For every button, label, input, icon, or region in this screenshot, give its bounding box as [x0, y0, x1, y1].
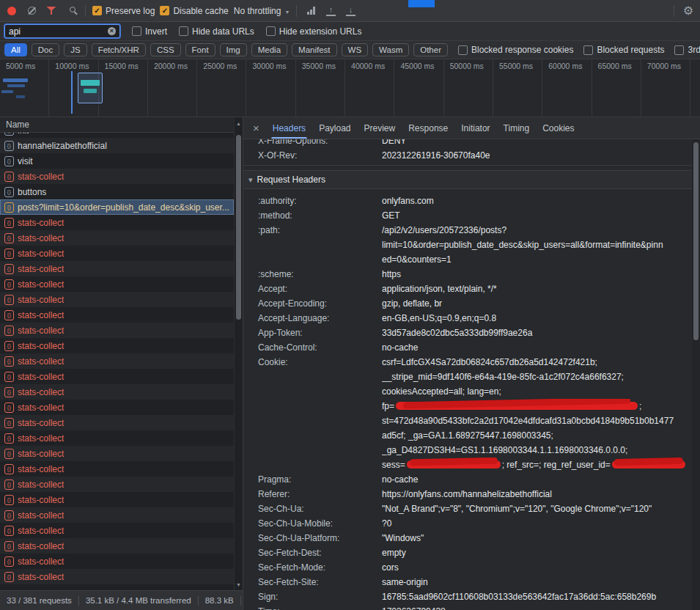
import-har-button[interactable]: [323, 4, 338, 18]
export-har-button[interactable]: [343, 4, 358, 18]
request-row[interactable]: stats-collect: [0, 415, 234, 430]
request-row[interactable]: stats-collect: [0, 507, 234, 523]
scrollbar-thumb[interactable]: [236, 135, 241, 320]
search-button[interactable]: [64, 4, 78, 18]
tab-initiator[interactable]: Initiator: [454, 117, 496, 139]
blocked-response-cookies-checkbox[interactable]: Blocked response cookies: [458, 45, 573, 55]
request-row[interactable]: stats-collect: [0, 261, 234, 276]
tab-timing[interactable]: Timing: [497, 117, 537, 139]
overview-selection-window[interactable]: [78, 73, 103, 103]
type-filter-js[interactable]: JS: [64, 43, 86, 56]
network-conditions-button[interactable]: [303, 4, 318, 18]
scroll-up-icon[interactable]: [235, 119, 243, 128]
name-column-header[interactable]: Name: [0, 117, 243, 133]
request-row[interactable]: init: [0, 133, 234, 138]
request-row[interactable]: stats-collect: [0, 523, 234, 538]
type-filter-doc[interactable]: Doc: [32, 43, 59, 56]
type-filter-img[interactable]: Img: [220, 43, 247, 56]
clear-network-log-button[interactable]: [24, 4, 39, 18]
requests-scrollbar[interactable]: [234, 117, 243, 590]
clear-filter-icon[interactable]: [108, 27, 116, 35]
overview-time-label: 35000 ms: [296, 59, 345, 117]
request-name: stats-collect: [18, 233, 64, 243]
tab-preview[interactable]: Preview: [358, 117, 402, 139]
request-row[interactable]: stats-collect: [0, 323, 234, 338]
filter-toggle-button[interactable]: [44, 4, 59, 18]
close-details-icon[interactable]: ×: [246, 117, 266, 139]
request-row[interactable]: posts?limit=10&order=publish_date_desc&s…: [0, 199, 234, 215]
type-filter-other[interactable]: Other: [413, 43, 448, 56]
type-filter-manifest[interactable]: Manifest: [292, 43, 336, 56]
type-filter-wasm[interactable]: Wasm: [372, 43, 409, 56]
request-row[interactable]: stats-collect: [0, 353, 234, 369]
tab-cookies[interactable]: Cookies: [536, 117, 581, 139]
tab-payload[interactable]: Payload: [312, 117, 357, 139]
requests-count: 33 / 381 requests: [0, 596, 79, 606]
header-value: cors: [382, 560, 692, 575]
hide-extension-urls-checkbox[interactable]: Hide extension URLs: [266, 26, 362, 37]
request-row[interactable]: stats-collect: [0, 369, 234, 384]
filter-input[interactable]: [9, 26, 105, 37]
request-row[interactable]: stats-collect: [0, 492, 234, 507]
filter-input-wrap: [4, 24, 120, 38]
request-row[interactable]: stats-collect: [0, 384, 234, 400]
header-row: :path:/api2/v2/users/20572336/posts?limi…: [243, 223, 692, 267]
header-name: :path:: [243, 223, 382, 238]
request-row[interactable]: stats-collect: [0, 446, 234, 461]
disable-cache-checkbox[interactable]: Disable cache: [160, 6, 228, 16]
request-row[interactable]: visit: [0, 153, 234, 169]
header-value: https://onlyfans.com/hannahelizabethoffi…: [382, 487, 692, 501]
request-row[interactable]: stats-collect: [0, 230, 234, 246]
header-row: App-Token:33d57ade8c02dbc5a333db99ff9ae2…: [243, 326, 692, 340]
request-row[interactable]: stats-collect: [0, 276, 234, 292]
network-overview[interactable]: 5000 ms10000 ms15000 ms20000 ms25000 ms3…: [0, 59, 700, 117]
type-filter-ws[interactable]: WS: [342, 43, 369, 56]
type-filter-font[interactable]: Font: [185, 43, 215, 56]
type-filter-css[interactable]: CSS: [150, 43, 181, 56]
request-row[interactable]: stats-collect: [0, 461, 234, 477]
hide-data-urls-checkbox[interactable]: Hide data URLs: [179, 26, 254, 37]
request-row[interactable]: stats-collect: [0, 292, 234, 307]
scroll-down-icon[interactable]: [235, 580, 243, 589]
header-name: Referer:: [243, 487, 382, 501]
header-value-text: 33d57ade8c02dbc5a333db99ff9ae26a: [382, 328, 532, 338]
header-row: Sec-Ch-Ua-Platform:"Windows": [243, 531, 692, 545]
request-row[interactable]: stats-collect: [0, 477, 234, 492]
header-value-line: gzip, deflate, br: [382, 296, 688, 311]
settings-button[interactable]: [681, 4, 696, 18]
header-name: Sec-Ch-Ua-Platform:: [243, 531, 382, 545]
request-row[interactable]: buttons: [0, 184, 234, 199]
header-value-text: fp=: [382, 401, 394, 411]
request-headers-section[interactable]: Request Headers: [243, 170, 692, 189]
tab-headers[interactable]: Headers: [266, 117, 312, 139]
type-filter-media[interactable]: Media: [251, 43, 287, 56]
record-button[interactable]: [4, 4, 19, 18]
blocked-requests-checkbox[interactable]: Blocked requests: [583, 45, 664, 55]
header-value-text: __stripe_mid=9df140f6-e64a-419e-85fc-a1c…: [382, 372, 624, 382]
request-row[interactable]: stats-collect: [0, 538, 234, 554]
header-value-text: empty: [382, 548, 406, 558]
request-row[interactable]: stats-collect: [0, 169, 234, 184]
header-row: Pragma:no-cache: [243, 472, 692, 487]
scrollbar-thumb[interactable]: [693, 142, 699, 340]
request-row[interactable]: stats-collect: [0, 307, 234, 323]
request-type-icon: [4, 202, 14, 213]
request-row[interactable]: stats-collect: [0, 400, 234, 415]
request-row[interactable]: stats-collect: [0, 246, 234, 261]
throttling-select[interactable]: No throttling: [234, 6, 290, 16]
type-filter-fetch-xhr[interactable]: Fetch/XHR: [92, 43, 146, 56]
invert-checkbox[interactable]: Invert: [132, 26, 167, 37]
type-filter-all[interactable]: All: [4, 43, 27, 56]
request-row[interactable]: stats-collect: [0, 554, 234, 569]
request-row[interactable]: hannahelizabethofficial: [0, 138, 234, 153]
request-row[interactable]: stats-collect: [0, 430, 234, 446]
tab-response[interactable]: Response: [402, 117, 454, 139]
third-party-requests-checkbox[interactable]: 3rd-party requests: [674, 45, 700, 55]
header-value: /api2/v2/users/20572336/posts?limit=10&o…: [382, 223, 692, 267]
request-row[interactable]: stats-collect: [0, 569, 234, 584]
details-scrollbar[interactable]: [692, 139, 700, 610]
request-row[interactable]: stats-collect: [0, 338, 234, 353]
header-value: 1703636799438: [382, 604, 692, 610]
preserve-log-checkbox[interactable]: Preserve log: [92, 6, 155, 16]
request-row[interactable]: stats-collect: [0, 215, 234, 230]
